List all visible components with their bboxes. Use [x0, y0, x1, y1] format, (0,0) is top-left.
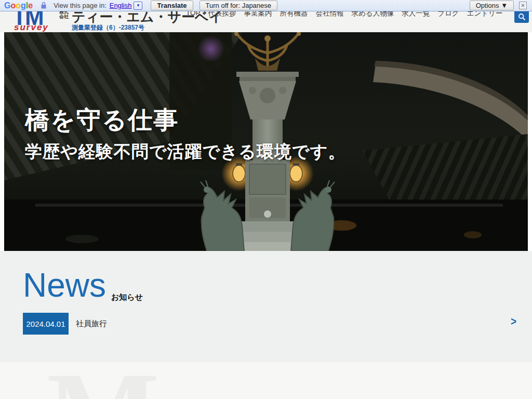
nav-item-blog[interactable]: ブログ [437, 11, 459, 18]
hero-subtitle: 学歴や経験不問で活躍できる環境です。 [25, 140, 345, 164]
close-icon[interactable]: ✕ [519, 2, 527, 9]
hero-title: 橋を守る仕事 [25, 104, 179, 137]
news-subheading: お知らせ [111, 292, 143, 302]
license-number: 測量業登録（6）-23857号 [72, 23, 144, 32]
nav-item-company[interactable]: 会社情報 [316, 11, 344, 18]
nav-item-jobs[interactable]: 求人一覧 [402, 11, 430, 18]
google-logo[interactable]: Google [4, 1, 33, 10]
language-link[interactable]: English [110, 2, 132, 9]
search-icon [518, 13, 526, 21]
language-dropdown[interactable]: ▼ [134, 2, 142, 10]
company-prefix: 株式会社 [59, 11, 71, 19]
footer-strip: M [0, 362, 532, 399]
view-page-label: View this page in: [54, 2, 107, 9]
news-date-badge: 2024.04.01 [23, 313, 69, 335]
nav-item-equipment[interactable]: 所有機器 [280, 11, 308, 18]
main-nav: TOP 代表挨拶 事業案内 所有機器 会社情報 求める人物像 求人一覧 ブログ … [186, 11, 502, 18]
options-button[interactable]: Options ▼ [470, 1, 514, 10]
news-item-title: 社員旅行 [76, 319, 107, 329]
lock-icon [41, 2, 46, 9]
hero-section: 橋を守る仕事 学歴や経験不問で活躍できる環境です。 [4, 32, 528, 251]
page: Google View this page in: English ▼ Tran… [0, 0, 532, 399]
news-section: News お知らせ 2024.04.01 社員旅行 > [0, 251, 532, 362]
nav-item-top[interactable]: TOP [186, 11, 201, 18]
nav-item-greeting[interactable]: 代表挨拶 [208, 11, 236, 18]
nav-item-business[interactable]: 事業案内 [244, 11, 272, 18]
news-row[interactable]: 2024.04.01 社員旅行 > [23, 313, 521, 335]
turn-off-button[interactable]: Turn off for: Japanese [200, 1, 277, 10]
google-translate-bar: Google View this page in: English ▼ Tran… [0, 0, 532, 11]
translate-button[interactable]: Translate [151, 1, 193, 10]
site-header: TM survey 株式会社 ティー・エム・サーベイ 測量業登録（6）-2385… [0, 11, 532, 32]
news-heading: News [23, 269, 106, 302]
search-button[interactable] [514, 11, 529, 23]
chevron-right-icon[interactable]: > [511, 315, 516, 328]
logo-survey[interactable]: survey [14, 22, 49, 32]
nav-item-entry[interactable]: エントリー [467, 11, 503, 18]
nav-item-ideal-candidate[interactable]: 求める人物像 [352, 11, 394, 18]
watermark-letter: M [47, 362, 159, 399]
